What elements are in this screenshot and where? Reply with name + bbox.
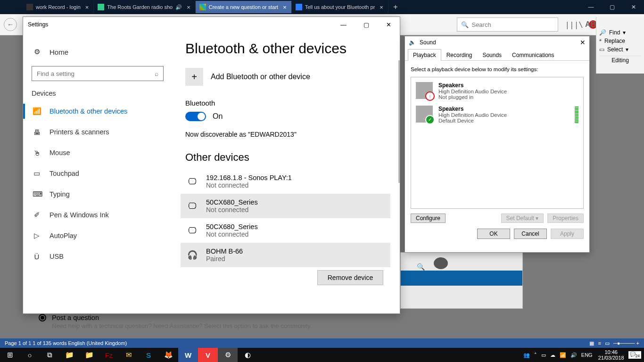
post-question-option[interactable]: Post a question Need help with a technic… (39, 314, 312, 329)
taskbar-app-mail[interactable]: ✉ (119, 348, 139, 362)
view-icon[interactable]: ≡ (598, 340, 601, 346)
configure-button[interactable]: Configure (411, 214, 446, 223)
taskbar: ⊞ ○ ⧉ 📁 📁 Fz ✉ S 🦊 W V ⚙ ◐ 👥 ˄ ▭ ☁ 📶 🔊 E… (0, 348, 644, 362)
tab-roots-garden[interactable]: The Roots Garden radio sho 🔊 × (94, 1, 195, 13)
taskbar-app-skype[interactable]: S (139, 348, 158, 362)
view-icon[interactable]: ▭ (605, 340, 610, 346)
nav-printers[interactable]: 🖶Printers & scanners (31, 122, 174, 142)
close-icon[interactable]: × (282, 4, 288, 11)
nav-pen[interactable]: ✐Pen & Windows Ink (31, 205, 174, 225)
tab-sounds[interactable]: Sounds (477, 49, 507, 61)
back-button[interactable]: ← (4, 18, 17, 31)
zoom-slider[interactable]: ─●──── + (613, 340, 639, 346)
ok-button[interactable]: OK (477, 229, 510, 239)
volume-icon[interactable]: 🔊 (569, 352, 578, 358)
nav-mouse[interactable]: 🖱Mouse (31, 142, 174, 163)
autoplay-icon: ▷ (33, 231, 41, 240)
taskbar-app-word[interactable]: W (178, 348, 198, 362)
settings-titlebar: Settings — ▢ ✕ (23, 17, 400, 32)
onedrive-icon[interactable]: ☁ (549, 352, 557, 358)
find-button[interactable]: 🔎Find▾ (599, 28, 641, 37)
nav-usb[interactable]: ÜUSB (31, 246, 174, 267)
select-button[interactable]: ▭Select▾ (599, 45, 641, 54)
tab-recording[interactable]: Recording (441, 49, 478, 61)
speaker-icon (416, 106, 433, 123)
nav-bluetooth[interactable]: 📶Bluetooth & other devices (31, 101, 174, 122)
view-icon[interactable]: ▦ (589, 340, 594, 346)
people-icon[interactable]: 👥 (522, 352, 531, 358)
task-view-button[interactable]: ⧉ (40, 348, 59, 362)
maximize-button[interactable]: ▢ (360, 19, 373, 30)
close-button[interactable]: ✕ (623, 0, 644, 14)
minimize-button[interactable]: — (580, 0, 602, 14)
add-device-row[interactable]: + Add Bluetooth or other device (185, 68, 390, 86)
taskbar-app-vivaldi[interactable]: V (198, 348, 218, 362)
tab-label: Create a new question or start (209, 4, 278, 10)
remove-device-button[interactable]: Remove device (317, 270, 383, 285)
taskbar-app-settings[interactable]: ⚙ (218, 348, 238, 362)
editing-group-label: Editing (599, 56, 641, 65)
bluetooth-toggle[interactable] (185, 112, 206, 121)
minimize-button[interactable]: — (337, 19, 350, 30)
taskbar-app-explorer-2[interactable]: 📁 (79, 348, 99, 362)
maximize-button[interactable]: ▢ (602, 0, 623, 14)
settings-search[interactable]: ⌕ (32, 66, 164, 81)
word-editing-group: 🔎Find▾ ᵃReplace ▭Select▾ Editing (596, 17, 644, 74)
tray-chevron-icon[interactable]: ˄ (533, 352, 538, 358)
tab-create-question[interactable]: Create a new question or start × (196, 1, 292, 13)
device-icon: 🖵 (187, 177, 198, 187)
word-status-bar: Page 1 of 1 1 of 135 words English (Unit… (0, 338, 644, 348)
language-indicator[interactable]: ENG (580, 352, 594, 358)
clock[interactable]: 10:46 21/03/2018 (595, 349, 627, 361)
taskbar-app-generic[interactable]: ◐ (238, 348, 257, 362)
tab-bluetooth[interactable]: Tell us about your Bluetooth pr × (292, 1, 388, 13)
nav-touchpad[interactable]: ▭Touchpad (31, 163, 174, 184)
device-icon: 🖵 (187, 226, 198, 236)
taskbar-app-explorer[interactable]: 📁 (59, 348, 79, 362)
properties-button[interactable]: Properties (547, 214, 584, 223)
browser-tabstrip: work Record - login × The Roots Garden r… (0, 0, 644, 14)
replace-button[interactable]: ᵃReplace (599, 37, 641, 45)
radio-selected-icon[interactable] (39, 314, 46, 321)
scrollbar[interactable] (398, 60, 400, 183)
playback-device-unplugged[interactable]: Speakers High Definition Audio Device No… (413, 79, 581, 103)
search-icon: 🔍 (461, 21, 469, 28)
close-button[interactable]: ✕ (580, 39, 586, 46)
nav-group-devices: Devices (32, 90, 174, 97)
close-icon[interactable]: × (84, 4, 90, 11)
cortana-button[interactable]: ○ (20, 348, 40, 362)
playback-device-default[interactable]: Speakers High Definition Audio Device De… (413, 103, 581, 126)
action-center-icon[interactable]: 💬24 (628, 351, 641, 359)
settings-search-input[interactable] (37, 70, 151, 77)
library-icon[interactable]: |||\ (565, 20, 583, 29)
tab-label: work Record - login (36, 4, 81, 10)
new-tab-button[interactable]: + (388, 3, 403, 11)
search-box[interactable]: 🔍 Search (457, 17, 558, 32)
playback-device-list[interactable]: Speakers High Definition Audio Device No… (411, 77, 584, 209)
nav-home[interactable]: ⚙ Home (31, 41, 174, 62)
sound-hint: Select a playback device below to modify… (411, 66, 584, 72)
cancel-button[interactable]: Cancel (514, 229, 547, 239)
wifi-icon[interactable]: 📶 (558, 352, 568, 358)
tab-work-record[interactable]: work Record - login × (23, 1, 94, 13)
device-bohm-b66[interactable]: 🎧 BOHM B-66Paired (181, 243, 390, 267)
close-icon[interactable]: × (186, 4, 191, 11)
apply-button[interactable]: Apply (551, 229, 584, 239)
nav-autoplay[interactable]: ▷AutoPlay (31, 225, 174, 246)
tab-playback[interactable]: Playback (408, 49, 441, 61)
taskbar-app-filezilla[interactable]: Fz (99, 348, 119, 362)
set-default-button[interactable]: Set Default ▾ (501, 214, 544, 223)
close-icon[interactable]: × (379, 4, 384, 11)
battery-icon[interactable]: ▭ (540, 352, 547, 358)
page-heading: Bluetooth & other devices (185, 41, 390, 57)
speaker-icon[interactable]: 🔊 (175, 4, 182, 10)
device-50cx680-b[interactable]: 🖵 50CX680_SeriesNot connected (181, 218, 390, 243)
settings-nav: ⚙ Home ⌕ Devices 📶Bluetooth & other devi… (23, 32, 174, 313)
device-50cx680-a[interactable]: 🖵 50CX680_SeriesNot connected (181, 194, 390, 218)
start-button[interactable]: ⊞ (0, 348, 20, 362)
nav-typing[interactable]: ⌨Typing (31, 184, 174, 205)
close-button[interactable]: ✕ (382, 19, 395, 30)
tab-communications[interactable]: Communications (507, 49, 559, 61)
device-sonos[interactable]: 🖵 192.168.1.8 - Sonos PLAY:1Not connecte… (181, 169, 390, 194)
taskbar-app-firefox[interactable]: 🦊 (158, 348, 178, 362)
